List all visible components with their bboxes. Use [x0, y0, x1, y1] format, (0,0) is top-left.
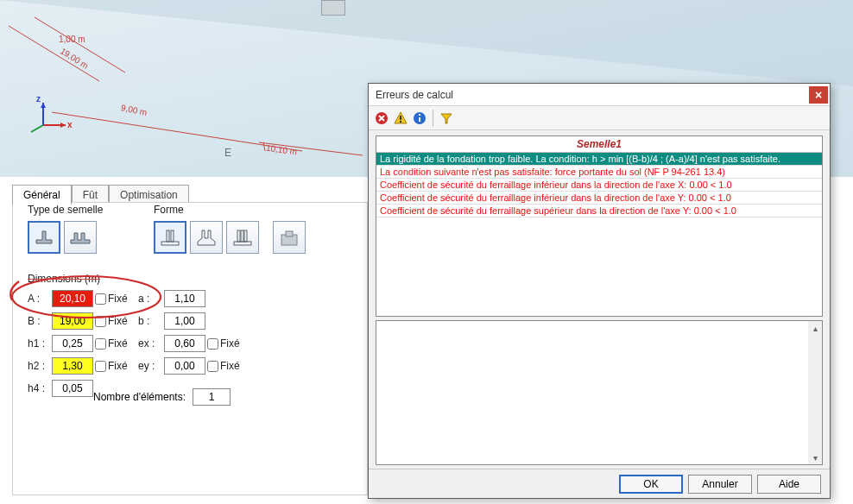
svg-rect-13: [167, 230, 169, 242]
svg-rect-26: [400, 121, 401, 123]
shape-opt-1[interactable]: [154, 221, 186, 254]
close-button[interactable]: ×: [809, 86, 828, 104]
svg-rect-12: [161, 242, 179, 245]
svg-rect-19: [244, 230, 247, 242]
svg-line-2: [52, 112, 302, 151]
input-nb-elements[interactable]: [193, 388, 231, 406]
group-type-semelle: Type de semelle: [28, 204, 103, 254]
error-table[interactable]: Semelle1 La rigidité de la fondation tro…: [376, 135, 823, 317]
help-button[interactable]: Aide: [757, 475, 821, 494]
marker-e: E: [224, 147, 231, 159]
label-b: b :: [138, 315, 164, 327]
error-row[interactable]: Coefficient de sécurité du ferraillage s…: [376, 205, 822, 217]
fixe-label: Fixé: [220, 337, 240, 350]
svg-marker-30: [441, 114, 452, 123]
error-row[interactable]: La rigidité de la fondation trop faible.…: [376, 153, 822, 166]
footing-type-strip[interactable]: [64, 221, 97, 254]
info-filter-icon[interactable]: [412, 110, 427, 126]
warning-filter-icon[interactable]: [393, 110, 408, 126]
row-nb-elements: Nombre d'éléments:: [93, 388, 231, 406]
label-A: A :: [28, 293, 52, 305]
input-ey[interactable]: [164, 357, 205, 375]
error-detail-pane: ▴ ▾: [376, 320, 823, 465]
close-icon: ×: [815, 88, 822, 102]
fixe-label: Fixé: [108, 337, 128, 350]
input-b[interactable]: [164, 312, 205, 330]
svg-marker-6: [60, 123, 66, 128]
ok-button[interactable]: OK: [619, 475, 683, 494]
svg-marker-15: [198, 230, 215, 245]
shape-opt-3[interactable]: [226, 221, 259, 254]
checkbox-A-fixe[interactable]: [95, 293, 106, 305]
scroll-down-icon[interactable]: ▾: [808, 450, 822, 464]
label-a: a :: [138, 293, 164, 305]
svg-rect-21: [286, 231, 293, 236]
svg-rect-20: [281, 235, 297, 245]
checkbox-h1-fixe[interactable]: [95, 338, 106, 350]
label-B: B :: [28, 315, 52, 327]
input-h4[interactable]: [52, 380, 93, 397]
scrollbar[interactable]: ▴ ▾: [808, 321, 822, 464]
fixe-label: Fixé: [108, 315, 128, 327]
dim-label: 1,00 m: [59, 35, 85, 44]
input-B[interactable]: [52, 312, 93, 330]
label-h4: h4 :: [28, 382, 52, 394]
input-h2[interactable]: [52, 357, 93, 375]
shape-opt-2[interactable]: [190, 221, 223, 254]
fixe-label: Fixé: [108, 360, 128, 372]
dialog-title-text: Erreurs de calcul: [376, 89, 453, 101]
dialog-titlebar[interactable]: Erreurs de calcul ×: [369, 84, 830, 106]
group-dimensions: Dimensions (m) A : Fixé a : B : Fixé b :…: [28, 273, 250, 397]
error-row[interactable]: Coefficient de sécurité du ferraillage i…: [376, 192, 822, 205]
group-title: Forme: [154, 204, 306, 216]
svg-rect-16: [234, 242, 251, 245]
svg-rect-25: [400, 116, 401, 120]
label-h2: h2 :: [28, 360, 52, 372]
fixe-label: Fixé: [220, 360, 240, 372]
svg-rect-28: [419, 117, 420, 122]
scroll-up-icon[interactable]: ▴: [808, 321, 822, 335]
label-ey: ey :: [138, 360, 164, 372]
label-ex: ex :: [138, 337, 164, 350]
footing-type-spread[interactable]: [28, 221, 60, 254]
label-h1: h1 :: [28, 337, 52, 350]
axis-gizmo: x z: [35, 99, 69, 134]
input-a[interactable]: [164, 290, 205, 307]
cancel-button[interactable]: Annuler: [688, 475, 752, 494]
dialog-errors: Erreurs de calcul × Semelle1 La rigidité…: [368, 83, 831, 499]
group-title: Type de semelle: [28, 204, 103, 216]
checkbox-ex-fixe[interactable]: [207, 338, 218, 350]
group-forme: Forme: [154, 204, 306, 254]
svg-rect-17: [237, 230, 240, 242]
error-row[interactable]: La condition suivante n'est pas satisfai…: [376, 166, 822, 179]
tab-general[interactable]: Général: [12, 185, 72, 205]
svg-marker-11: [71, 233, 90, 243]
checkbox-h2-fixe[interactable]: [95, 361, 106, 372]
svg-rect-29: [419, 114, 420, 116]
input-A[interactable]: [52, 290, 93, 307]
error-row[interactable]: Coefficient de sécurité du ferraillage i…: [376, 179, 822, 192]
error-filter-icon[interactable]: [374, 110, 389, 126]
input-h1[interactable]: [52, 335, 93, 352]
dialog-footer: OK Annuler Aide: [369, 469, 830, 498]
group-title: Dimensions (m): [28, 273, 250, 285]
svg-rect-14: [171, 230, 174, 242]
input-ex[interactable]: [164, 335, 205, 352]
svg-marker-8: [41, 103, 46, 108]
funnel-icon[interactable]: [439, 110, 454, 126]
shape-preview[interactable]: [273, 221, 306, 254]
checkbox-B-fixe[interactable]: [95, 316, 106, 327]
error-table-header: Semelle1: [376, 136, 822, 153]
checkbox-ey-fixe[interactable]: [207, 361, 218, 372]
label-nb-elements: Nombre d'éléments:: [93, 391, 186, 403]
svg-rect-18: [241, 230, 243, 242]
svg-line-0: [9, 26, 99, 81]
fixe-label: Fixé: [108, 293, 128, 305]
svg-marker-10: [36, 231, 52, 243]
column-3d: [321, 0, 345, 16]
dialog-toolbar: [369, 106, 830, 130]
